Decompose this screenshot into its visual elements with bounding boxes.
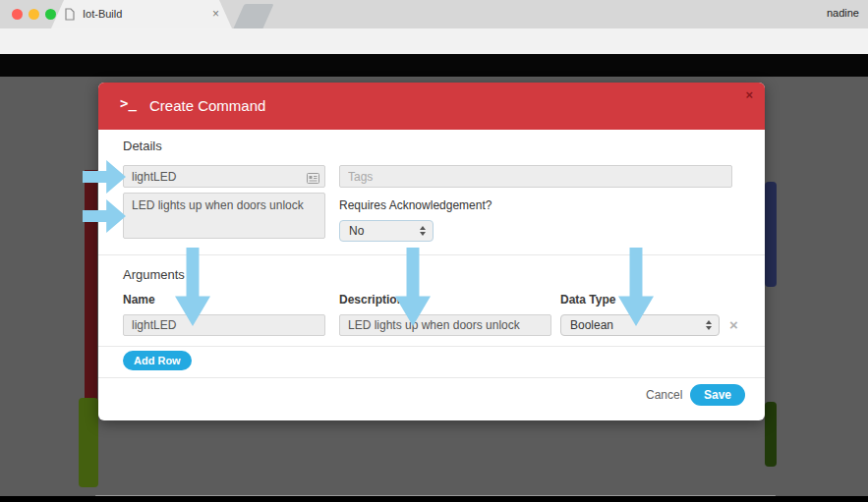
page-icon bbox=[65, 7, 75, 25]
data-type-value: Boolean bbox=[570, 318, 613, 332]
column-header-description: Description bbox=[339, 293, 404, 307]
close-icon[interactable]: × bbox=[745, 87, 753, 102]
acknowledgement-value: No bbox=[349, 224, 364, 238]
add-row-button[interactable]: Add Row bbox=[123, 351, 192, 370]
close-window-button[interactable] bbox=[12, 9, 23, 20]
app-header: covisint User ▾ bbox=[0, 54, 868, 77]
browser-tab[interactable] bbox=[51, 0, 232, 28]
new-tab-button[interactable] bbox=[233, 4, 273, 28]
tags-input[interactable] bbox=[339, 165, 732, 188]
remove-row-icon[interactable]: × bbox=[729, 316, 738, 333]
background-navy-panel bbox=[765, 182, 777, 287]
background-green-panel-left bbox=[79, 398, 98, 487]
command-description-textarea[interactable]: LED lights up when doors unlock bbox=[123, 193, 325, 239]
tab-title: Iot-Build bbox=[83, 8, 122, 20]
background-red-panel bbox=[85, 170, 97, 411]
details-heading: Details bbox=[123, 139, 162, 153]
vcard-icon bbox=[307, 170, 319, 188]
section-divider bbox=[98, 346, 765, 347]
save-button[interactable]: Save bbox=[690, 384, 745, 406]
terminal-icon: >_ bbox=[120, 95, 137, 111]
column-header-data-type: Data Type bbox=[560, 293, 615, 307]
acknowledgement-select[interactable]: No bbox=[339, 220, 434, 242]
arguments-heading: Arguments bbox=[123, 267, 185, 282]
browser-tab-bar: Iot-Build × nadine bbox=[0, 0, 868, 28]
modal-title: Create Command bbox=[149, 97, 265, 114]
minimize-window-button[interactable] bbox=[29, 9, 39, 20]
footer-divider bbox=[98, 377, 765, 378]
bottom-black-strip bbox=[0, 496, 868, 502]
command-name-input[interactable] bbox=[123, 165, 325, 188]
argument-description-input[interactable] bbox=[339, 314, 551, 336]
select-stepper-icon bbox=[420, 226, 426, 236]
browser-profile-name[interactable]: nadine bbox=[827, 7, 859, 19]
cancel-button[interactable]: Cancel bbox=[646, 388, 682, 402]
column-header-name: Name bbox=[123, 293, 155, 307]
select-stepper-icon bbox=[706, 320, 712, 330]
requires-acknowledgement-label: Requires Acknowledgement? bbox=[339, 198, 492, 212]
zoom-window-button[interactable] bbox=[45, 9, 56, 20]
browser-toolbar: ← → ↻ ⌂ https://pde-nhdev.iot-build.cova… bbox=[0, 28, 868, 54]
tab-close-icon[interactable]: × bbox=[212, 7, 219, 21]
background-green-panel-right bbox=[765, 402, 777, 467]
argument-name-input[interactable] bbox=[123, 314, 325, 336]
modal-header: >_ Create Command × bbox=[98, 83, 765, 130]
